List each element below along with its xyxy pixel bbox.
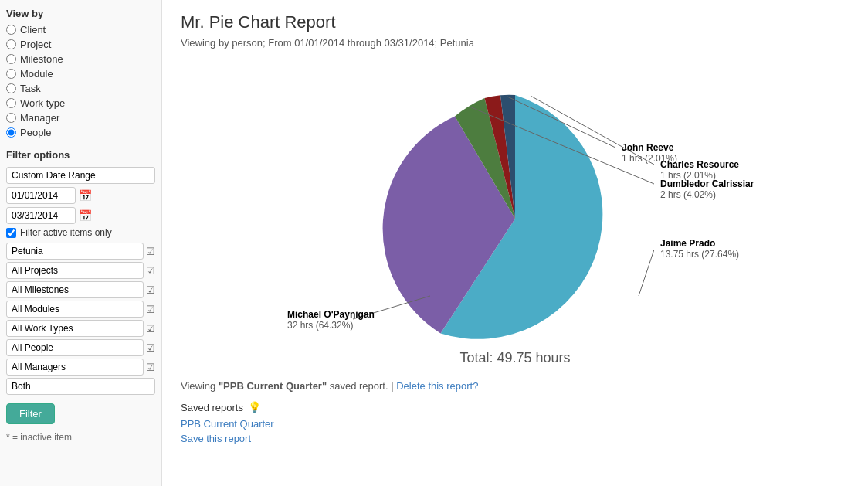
radio-input-people[interactable] xyxy=(6,127,16,138)
radio-label-task: Task xyxy=(20,83,41,94)
radio-input-milestone[interactable] xyxy=(6,54,16,64)
start-date-calendar-icon[interactable]: 📅 xyxy=(79,189,92,202)
worktypes-check-icon[interactable]: ☑ xyxy=(146,323,155,335)
radio-module[interactable]: Module xyxy=(6,68,155,80)
people-check-icon[interactable]: ☑ xyxy=(146,342,155,354)
sidebar: View by Client Project Milestone Module … xyxy=(0,0,162,486)
label-dumbledor-hours: 2 hrs (4.02%) xyxy=(660,189,716,200)
delete-report-link[interactable]: Delete this report? xyxy=(396,380,478,392)
date-range-select[interactable]: Custom Date Range This Week This Month T… xyxy=(6,167,155,184)
saved-reports-section: Saved reports 💡 PPB Current Quarter Save… xyxy=(181,401,849,444)
milestones-select[interactable]: All Milestones xyxy=(6,281,144,298)
saved-report-name: "PPB Current Quarter" xyxy=(219,380,327,392)
radio-input-project[interactable] xyxy=(6,39,16,49)
dropdown-modules: All Modules ☑ xyxy=(6,301,155,318)
label-john-name: John Reeve xyxy=(622,142,674,153)
modules-check-icon[interactable]: ☑ xyxy=(146,304,155,315)
start-date-input[interactable] xyxy=(6,187,76,204)
save-report-link[interactable]: Save this report xyxy=(181,433,251,444)
start-date-wrap: 📅 xyxy=(6,187,155,204)
inactive-note: * = inactive item xyxy=(6,432,155,443)
chart-area: John Reeve 1 hrs (2.01%) Charles Resourc… xyxy=(181,64,849,342)
radio-input-manager[interactable] xyxy=(6,113,16,123)
label-jaime-name: Jaime Prado xyxy=(660,238,715,249)
milestones-check-icon[interactable]: ☑ xyxy=(146,284,155,296)
radio-manager[interactable]: Manager xyxy=(6,112,155,124)
label-michael-name: Michael O'Paynigan xyxy=(287,309,375,320)
radio-milestone[interactable]: Milestone xyxy=(6,53,155,65)
saved-reports-label: Saved reports xyxy=(181,402,243,413)
radio-worktype[interactable]: Work type xyxy=(6,97,155,109)
filter-button[interactable]: Filter xyxy=(6,403,55,424)
view-by-group: Client Project Milestone Module Task Wor… xyxy=(6,24,155,138)
worktypes-select[interactable]: All Work Types xyxy=(6,320,144,337)
dropdown-both: Both Work Types People xyxy=(6,378,155,395)
view-by-label: View by xyxy=(6,8,155,19)
pie-chart: John Reeve 1 hrs (2.01%) Charles Resourc… xyxy=(276,64,754,342)
report-subtitle: Viewing by person; From 01/01/2014 throu… xyxy=(181,37,849,49)
projects-select[interactable]: All Projects xyxy=(6,262,144,279)
managers-check-icon[interactable]: ☑ xyxy=(146,362,155,373)
radio-label-project: Project xyxy=(20,39,51,50)
filter-options-title: Filter options xyxy=(6,149,155,161)
dropdown-managers: All Managers ☑ xyxy=(6,359,155,376)
page-title: Mr. Pie Chart Report xyxy=(181,12,849,32)
radio-label-manager: Manager xyxy=(20,112,59,124)
managers-select[interactable]: All Managers xyxy=(6,359,144,376)
dropdown-projects: All Projects ☑ xyxy=(6,262,155,279)
viewing-report: Viewing "PPB Current Quarter" saved repo… xyxy=(181,380,849,392)
radio-label-client: Client xyxy=(20,24,46,36)
filter-active-wrap: Filter active items only xyxy=(6,227,155,238)
end-date-calendar-icon[interactable]: 📅 xyxy=(79,209,92,222)
radio-input-task[interactable] xyxy=(6,83,16,93)
label-charles-name: Charles Resource xyxy=(660,159,739,170)
bulb-icon: 💡 xyxy=(248,401,261,413)
radio-label-module: Module xyxy=(20,68,53,80)
label-jaime-hours: 13.75 hrs (27.64%) xyxy=(660,249,739,260)
end-date-input[interactable] xyxy=(6,207,76,224)
total-label: Total: 49.75 hours xyxy=(181,350,849,366)
label-michael-hours: 32 hrs (64.32%) xyxy=(287,320,353,331)
dropdown-milestones: All Milestones ☑ xyxy=(6,281,155,298)
radio-label-milestone: Milestone xyxy=(20,53,63,65)
dropdown-worktypes: All Work Types ☑ xyxy=(6,320,155,337)
radio-client[interactable]: Client xyxy=(6,24,155,36)
main-content: Mr. Pie Chart Report Viewing by person; … xyxy=(162,0,868,486)
radio-people[interactable]: People xyxy=(6,127,155,138)
dropdown-client: PetuniaAll Clients ☑ xyxy=(6,243,155,260)
filter-active-label: Filter active items only xyxy=(20,227,112,238)
line-jaime xyxy=(639,250,654,296)
dropdown-people: All People ☑ xyxy=(6,339,155,356)
radio-task[interactable]: Task xyxy=(6,83,155,94)
date-range-select-wrap[interactable]: Custom Date Range This Week This Month T… xyxy=(6,167,155,184)
radio-input-module[interactable] xyxy=(6,69,16,79)
client-check-icon[interactable]: ☑ xyxy=(146,246,155,257)
radio-project[interactable]: Project xyxy=(6,39,155,50)
viewing-text: Viewing "PPB Current Quarter" saved repo… xyxy=(181,380,396,392)
label-dumbledor-name: Dumbledor Calrissian xyxy=(660,178,754,189)
filter-active-checkbox[interactable] xyxy=(6,228,16,238)
people-select[interactable]: All People xyxy=(6,339,144,356)
saved-reports-title: Saved reports 💡 xyxy=(181,401,849,413)
radio-label-worktype: Work type xyxy=(20,97,65,109)
ppb-current-quarter-link[interactable]: PPB Current Quarter xyxy=(181,418,849,430)
radio-input-worktype[interactable] xyxy=(6,98,16,108)
radio-label-people: People xyxy=(20,127,51,138)
projects-check-icon[interactable]: ☑ xyxy=(146,265,155,277)
radio-input-client[interactable] xyxy=(6,25,16,35)
both-select[interactable]: Both Work Types People xyxy=(6,378,155,395)
modules-select[interactable]: All Modules xyxy=(6,301,144,318)
client-select[interactable]: PetuniaAll Clients xyxy=(6,243,144,260)
end-date-wrap: 📅 xyxy=(6,207,155,224)
